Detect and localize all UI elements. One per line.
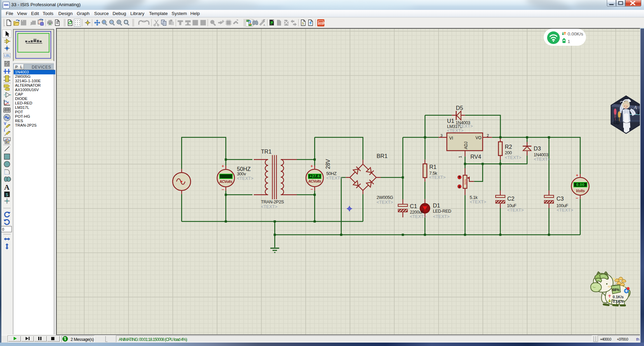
svg-text:+: + — [222, 164, 224, 169]
svg-text:TRAN-2P2S: TRAN-2P2S — [261, 199, 284, 204]
svg-text:V: V — [4, 122, 6, 126]
svg-text:<TEXT>: <TEXT> — [507, 207, 524, 213]
svg-text:0: 0 — [2, 227, 4, 231]
svg-text:−: − — [576, 196, 578, 201]
svg-text:C1: C1 — [410, 203, 417, 209]
svg-text:D5: D5 — [456, 105, 463, 111]
svg-text:+: + — [310, 164, 313, 169]
svg-text:<TEXT>: <TEXT> — [410, 214, 426, 219]
svg-text:I: I — [4, 129, 5, 132]
svg-text:C3: C3 — [557, 196, 564, 202]
svg-text:<TEXT>: <TEXT> — [447, 128, 464, 133]
svg-text:<TEXT>: <TEXT> — [261, 204, 277, 209]
svg-text:S: S — [5, 192, 9, 197]
svg-text:C2: C2 — [507, 196, 514, 202]
svg-text:LED-RED: LED-RED — [433, 208, 451, 214]
svg-text:2: 2 — [487, 133, 489, 138]
svg-text:VI: VI — [449, 136, 453, 141]
svg-text:<TEXT>: <TEXT> — [557, 207, 573, 213]
svg-text:+27.6: +27.6 — [310, 174, 320, 178]
svg-text:TR1: TR1 — [261, 148, 272, 155]
svg-text:A: A — [633, 105, 637, 110]
svg-text:<TEXT>: <TEXT> — [505, 155, 521, 160]
svg-text:<TEXT>: <TEXT> — [433, 214, 450, 219]
svg-text:50%: 50% — [464, 179, 467, 185]
svg-text:<TEXT>: <TEXT> — [470, 199, 486, 204]
svg-text:A: A — [263, 24, 265, 27]
svg-text:<TEXT>: <TEXT> — [237, 176, 253, 181]
svg-text:68%: 68% — [612, 288, 620, 292]
svg-text:0.1K/s: 0.1K/s — [613, 295, 624, 299]
svg-text:RV4: RV4 — [470, 154, 481, 160]
svg-text:1: 1 — [458, 156, 462, 158]
svg-text:R1: R1 — [429, 164, 437, 170]
svg-text:2W005G: 2W005G — [377, 195, 393, 200]
svg-text:D1: D1 — [433, 202, 440, 208]
svg-text:<TEXT>: <TEXT> — [326, 175, 343, 181]
svg-text:+: + — [576, 173, 578, 178]
svg-text:A: A — [4, 183, 10, 191]
svg-text:0.00K/s: 0.00K/s — [568, 31, 583, 37]
svg-text:R2: R2 — [505, 144, 512, 150]
svg-text:ADJ: ADJ — [464, 142, 468, 149]
svg-text:$: $ — [302, 21, 304, 25]
svg-text:D3: D3 — [534, 145, 541, 152]
svg-text:LBL: LBL — [4, 54, 11, 58]
svg-text:<TEXT>: <TEXT> — [534, 157, 550, 162]
svg-text:ACVolts: ACVolts — [219, 179, 232, 184]
svg-text:0.00: 0.00 — [576, 183, 585, 187]
svg-text:ARES: ARES — [319, 21, 325, 25]
svg-text:U1: U1 — [447, 118, 454, 124]
svg-text:200: 200 — [505, 150, 512, 155]
svg-text:ACVolts: ACVolts — [308, 179, 321, 183]
svg-text:3: 3 — [440, 133, 442, 138]
svg-text:<TEXT>: <TEXT> — [377, 200, 393, 205]
svg-text:−: − — [222, 187, 224, 192]
svg-text:Volts: Volts — [576, 189, 585, 193]
svg-text:<TEXT>: <TEXT> — [429, 175, 445, 180]
svg-text:VO: VO — [475, 135, 481, 140]
svg-text:0.1K/s: 0.1K/s — [613, 299, 624, 303]
svg-text:28V: 28V — [325, 159, 331, 169]
svg-text:−: − — [310, 187, 313, 192]
svg-text:1: 1 — [568, 39, 570, 44]
svg-text:BR1: BR1 — [377, 153, 387, 159]
